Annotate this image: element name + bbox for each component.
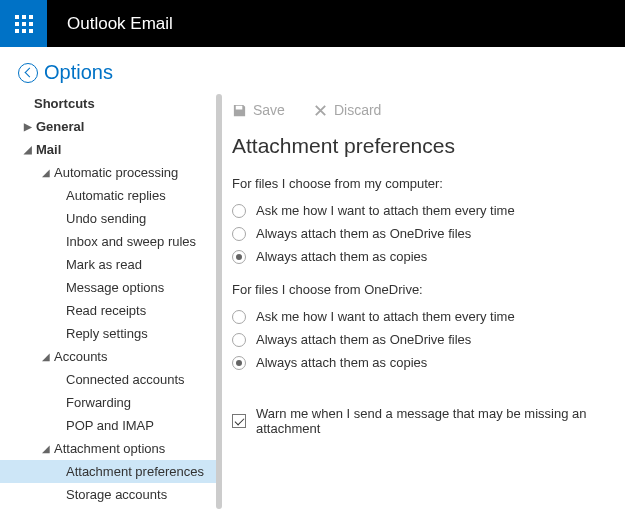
caret-down-icon: ◢ — [42, 167, 52, 178]
sidebar-item-inbox-sweep[interactable]: Inbox and sweep rules — [24, 230, 224, 253]
scrollbar[interactable] — [216, 94, 222, 509]
sidebar-item-attachment-options[interactable]: ◢Attachment options — [24, 437, 224, 460]
svg-rect-2 — [29, 15, 33, 19]
app-launcher-button[interactable] — [0, 0, 47, 47]
sidebar-item-general[interactable]: ▶General — [24, 115, 224, 138]
sidebar-item-pop-imap[interactable]: POP and IMAP — [24, 414, 224, 437]
options-bar: Options — [0, 47, 625, 92]
svg-rect-1 — [22, 15, 26, 19]
save-icon — [232, 103, 247, 118]
app-title: Outlook Email — [67, 14, 173, 34]
svg-rect-5 — [29, 22, 33, 26]
onedrive-files-label: For files I choose from OneDrive: — [232, 282, 607, 297]
computer-files-group: For files I choose from my computer: Ask… — [232, 176, 607, 268]
svg-rect-3 — [15, 22, 19, 26]
main-panel: Save Discard Attachment preferences For … — [224, 92, 625, 511]
page-title: Attachment preferences — [232, 134, 607, 158]
options-label: Options — [44, 61, 113, 84]
radio-onedrive-ask[interactable]: Ask me how I want to attach them every t… — [232, 305, 607, 328]
radio-icon — [232, 310, 246, 324]
sidebar-item-attachment-preferences[interactable]: Attachment preferences — [0, 460, 216, 483]
radio-computer-onedrive[interactable]: Always attach them as OneDrive files — [232, 222, 607, 245]
options-sidebar: Shortcuts ▶General ◢Mail ◢Automatic proc… — [0, 92, 224, 511]
radio-computer-copies[interactable]: Always attach them as copies — [232, 245, 607, 268]
svg-rect-7 — [22, 29, 26, 33]
radio-icon — [232, 333, 246, 347]
back-arrow-icon — [18, 63, 38, 83]
options-back-link[interactable]: Options — [18, 61, 113, 84]
onedrive-files-group: For files I choose from OneDrive: Ask me… — [232, 282, 607, 374]
radio-icon — [232, 227, 246, 241]
checkbox-warn-missing-attachment[interactable]: Warn me when I send a message that may b… — [232, 402, 607, 440]
toolbar: Save Discard — [232, 92, 607, 134]
sidebar-item-automatic-replies[interactable]: Automatic replies — [24, 184, 224, 207]
caret-down-icon: ◢ — [24, 144, 34, 155]
app-header: Outlook Email — [0, 0, 625, 47]
computer-files-label: For files I choose from my computer: — [232, 176, 607, 191]
sidebar-item-storage-accounts[interactable]: Storage accounts — [24, 483, 224, 506]
caret-right-icon: ▶ — [24, 121, 34, 132]
sidebar-item-automatic-processing[interactable]: ◢Automatic processing — [24, 161, 224, 184]
svg-rect-4 — [22, 22, 26, 26]
caret-down-icon: ◢ — [42, 443, 52, 454]
sidebar-item-shortcuts[interactable]: Shortcuts — [24, 92, 224, 115]
radio-onedrive-onedrive[interactable]: Always attach them as OneDrive files — [232, 328, 607, 351]
waffle-icon — [14, 14, 34, 34]
radio-computer-ask[interactable]: Ask me how I want to attach them every t… — [232, 199, 607, 222]
save-button[interactable]: Save — [232, 102, 285, 118]
checkbox-icon — [232, 414, 246, 428]
sidebar-item-accounts[interactable]: ◢Accounts — [24, 345, 224, 368]
sidebar-item-mail[interactable]: ◢Mail — [24, 138, 224, 161]
sidebar-item-read-receipts[interactable]: Read receipts — [24, 299, 224, 322]
radio-onedrive-copies[interactable]: Always attach them as copies — [232, 351, 607, 374]
discard-button[interactable]: Discard — [313, 102, 381, 118]
sidebar-item-reply-settings[interactable]: Reply settings — [24, 322, 224, 345]
sidebar-item-message-options[interactable]: Message options — [24, 276, 224, 299]
radio-icon — [232, 204, 246, 218]
svg-rect-6 — [15, 29, 19, 33]
sidebar-item-mark-as-read[interactable]: Mark as read — [24, 253, 224, 276]
sidebar-item-connected-accounts[interactable]: Connected accounts — [24, 368, 224, 391]
caret-down-icon: ◢ — [42, 351, 52, 362]
sidebar-item-undo-sending[interactable]: Undo sending — [24, 207, 224, 230]
discard-icon — [313, 103, 328, 118]
content-layout: Shortcuts ▶General ◢Mail ◢Automatic proc… — [0, 92, 625, 511]
radio-icon — [232, 250, 246, 264]
sidebar-item-forwarding[interactable]: Forwarding — [24, 391, 224, 414]
svg-rect-8 — [29, 29, 33, 33]
radio-icon — [232, 356, 246, 370]
svg-rect-0 — [15, 15, 19, 19]
